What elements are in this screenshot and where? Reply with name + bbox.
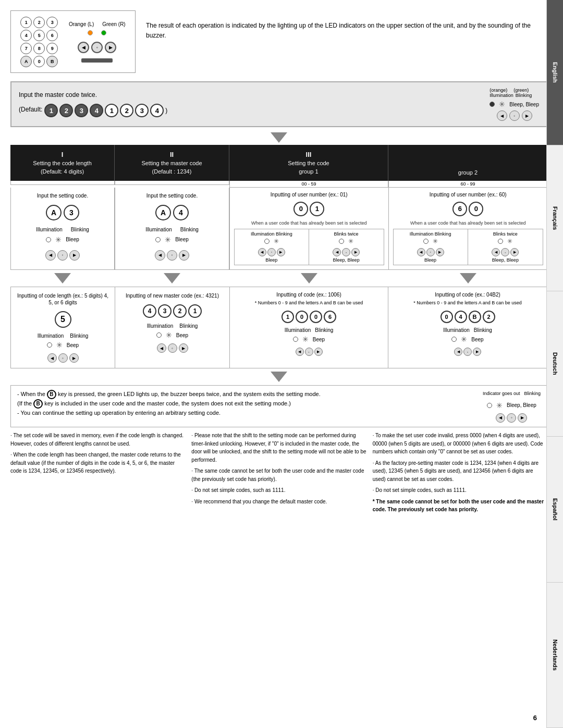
section-II-subtitle: (Default : 1234) (121, 168, 223, 176)
orange-label: Orange (L) (69, 21, 94, 27)
orange-led (88, 30, 93, 35)
cell-I: Input the setting code. A 3 Illumination… (10, 188, 115, 270)
g2-sunburst2: ✳ (507, 238, 512, 245)
cell-III: Inputting of user number (ex.: 01) 0 1 W… (229, 188, 547, 270)
cIII2-g2-keys: 0 4 B 2 (440, 311, 495, 323)
g1-blinks-label: Blinks twice (334, 231, 359, 237)
cell-I-keys: A 3 (46, 205, 79, 220)
cIII2-g2-beep: Beep (471, 337, 483, 342)
g1-nav1: ◀ ◦ ▶ (258, 248, 285, 256)
mc-nav-1: ◀ (497, 110, 507, 121)
cIII2-g1-nav: ◀ ◦ ▶ (296, 348, 323, 356)
cIII2-g1-led-labels: Illumination Blinking (285, 327, 334, 333)
cell-III-g1-title: Inputting of user number (ex.: 01) (271, 192, 348, 198)
master-code-section: Input the master code twice. (Default: 1… (10, 81, 547, 127)
cell-II-illumination: Illumination (145, 227, 172, 232)
cIII2-g1-sunburst: ✳ (302, 335, 309, 343)
lang-english[interactable]: English (547, 0, 563, 145)
top-description: The result of each operation is indicate… (146, 10, 547, 41)
cIII2g1-n2: ◦ (305, 348, 313, 356)
g2-n5: ◦ (501, 248, 509, 256)
g2k-1: 0 (440, 311, 453, 323)
cell-II-key-A: A (155, 205, 171, 220)
bn-indicator-label: Indicator goes out (483, 390, 520, 397)
cIII2-g2-led-labels: Illumination Blinking (443, 327, 492, 333)
lang-espanol[interactable]: Español (547, 437, 563, 582)
cII2-sunburst: ✳ (166, 331, 172, 339)
cII2-beep: Beep (176, 332, 188, 338)
cell-III-2-g1: Inputting of code (ex.: 1006) * Numbers … (230, 287, 388, 368)
g1-blinks-led: ✳ (339, 238, 353, 245)
lang-deutsch[interactable]: Deutsch (547, 291, 563, 437)
cell-I-led-labels: Illumination Blinking (16, 227, 109, 232)
g1-key-0: 0 (293, 202, 308, 216)
g2-sub-grid: Illumination Blinking ✳ ◀ ◦ ▶ Bleep (393, 229, 544, 266)
g2k-2: 4 (455, 311, 467, 323)
orange-header: (orange) (489, 88, 507, 93)
notes-col-3: · To make the set user code invalid, pre… (373, 431, 547, 514)
g1-sub-illumination: Illumination Blinking ✳ ◀ ◦ ▶ Bleep (235, 229, 309, 265)
section-III-group1: group 1 (234, 168, 384, 176)
section-headers: I Setting the code length (Default: 4 di… (10, 145, 547, 181)
note-3-4: * The same code cannot be set for both t… (373, 498, 547, 514)
cIII2-g2-led1 (451, 337, 457, 342)
section-III-roman: III (234, 150, 384, 159)
cell-II-2-keys: 4 3 2 1 (143, 304, 202, 318)
g1k-4: 6 (324, 311, 336, 323)
section-II-header: II Setting the master code (Default : 12… (115, 145, 229, 181)
g1k-1: 1 (282, 311, 294, 323)
cell-I-2: Inputting of code length (ex.: 5 digits)… (11, 287, 115, 368)
master-code-circles: 1 2 3 4 1 2 3 4 ) (44, 104, 167, 117)
note-2-4: · We recommend that you change the defau… (191, 498, 366, 506)
bn-n2: ◦ (507, 413, 516, 423)
cIII2g2-blink: Blinking (474, 327, 492, 333)
cell-I-sunburst: ✳ (55, 236, 62, 244)
cell-I-2-led-labels: Illumination Blinking (38, 333, 89, 339)
notes-col-2: · Please note that the shift to the sett… (191, 431, 366, 514)
green-led (101, 30, 106, 35)
cIII2-g2-subtitle: * Numbers 0 - 9 and the letters A and B … (413, 300, 522, 306)
note-1-1: · The set code will be saved in memory, … (10, 431, 185, 448)
bn-n1: ◀ (496, 413, 505, 423)
key-B: B (46, 56, 58, 67)
bn-led (487, 403, 492, 408)
lang-francais[interactable]: Français (547, 145, 563, 291)
section-III-title-cell: III Setting the code group 1 (229, 145, 388, 181)
mc-1: 1 (44, 104, 58, 117)
g1-led1 (264, 239, 270, 244)
cell-II-2-led-labels: Illumination Blinking (147, 323, 198, 329)
g1-n3: ▶ (277, 248, 285, 256)
g1-n4: ◀ (333, 248, 341, 256)
cIII2g2-n2: ◦ (463, 348, 472, 356)
g1-bleep1: Bleep (265, 257, 277, 263)
cell-II-key-4: 4 (173, 205, 189, 220)
green-label: Green (R) (102, 21, 125, 27)
section-II-roman: II (121, 150, 223, 159)
section-III-title: Setting the code (234, 159, 384, 167)
cIII2-g1-keys: 1 0 0 6 (282, 311, 336, 323)
g2-key-6: 6 (452, 202, 467, 216)
g2-sub-illumination: Illumination Blinking ✳ ◀ ◦ ▶ Bleep (394, 229, 468, 265)
note-3-2: · As the factory pre-setting master code… (373, 459, 547, 484)
cell-II-led-line: ✳ Bleep (155, 236, 189, 244)
cell-III-g2: Inputting of user number (ex.: 60) 6 0 W… (389, 188, 548, 269)
device-bar (81, 58, 113, 63)
key-3: 3 (46, 17, 58, 28)
g1-nav2: ◀ ◦ ▶ (333, 248, 360, 256)
device-diagram: 1 2 3 4 5 6 7 8 9 A 0 B Orange (L) Green… (10, 10, 136, 73)
cii-nav-3: ▶ (179, 250, 189, 261)
page-number: 6 (533, 714, 537, 722)
cell-III-g2-keys: 6 0 (452, 202, 483, 216)
cell-I-illumination: Illumination (36, 227, 63, 232)
second-content-row: Inputting of code length (ex.: 5 digits)… (10, 287, 547, 368)
mc-3: 3 (75, 104, 88, 117)
g2-sub-blinks: Blinks twice ✳ ◀ ◦ ▶ Bleep, Bleep (468, 229, 543, 265)
cII2-n3: ▶ (179, 343, 188, 353)
arrow-III-g1-2 (229, 273, 388, 283)
g2-ill-led: ✳ (423, 238, 438, 245)
key-5: 5 (33, 30, 45, 41)
mc-5: 1 (105, 104, 118, 117)
cell-III-2: Inputting of code (ex.: 1006) * Numbers … (230, 287, 547, 368)
lang-nederlands[interactable]: Nederlands (547, 583, 563, 728)
blinking-label: Blinking (516, 93, 532, 98)
